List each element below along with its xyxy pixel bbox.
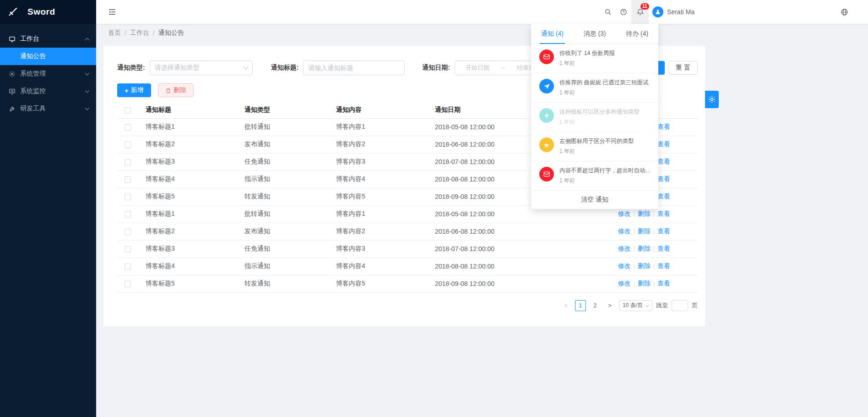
row-checkbox[interactable] <box>125 263 131 270</box>
cell-content: 博客内容1 <box>329 205 428 223</box>
app-logo[interactable]: Sword <box>0 0 96 24</box>
tab-messages[interactable]: 消息 (3) <box>574 24 616 44</box>
breadcrumb-workbench[interactable]: 工作台 <box>130 29 149 37</box>
cell-content: 博客内容5 <box>329 275 428 292</box>
add-button[interactable]: + 新增 <box>117 83 151 97</box>
help-icon[interactable] <box>616 0 631 24</box>
globe-icon[interactable] <box>836 0 852 24</box>
sidebar-item-notice[interactable]: 通知公告 <box>0 48 96 65</box>
row-checkbox[interactable] <box>125 246 131 252</box>
row-checkbox[interactable] <box>125 194 131 200</box>
cell-title: 博客标题1 <box>138 118 237 136</box>
notice-item[interactable]: ★ 左侧图标用于区分不同的类型 1 年前 <box>531 132 658 161</box>
prev-page-icon[interactable]: < <box>560 300 571 311</box>
breadcrumb: 首页 / 工作台 / 通知公告 <box>96 24 868 42</box>
bell-icon[interactable]: 11 <box>631 0 649 24</box>
action-separator: | <box>634 228 635 235</box>
view-link[interactable]: 查看 <box>657 262 670 269</box>
user-menu[interactable]: Serati Ma <box>652 6 694 17</box>
view-link[interactable]: 查看 <box>657 280 670 287</box>
cell-type: 转发通知 <box>237 275 329 292</box>
sidebar-item-workbench[interactable]: 工作台 <box>0 30 96 48</box>
notice-type-select[interactable]: 请选择通知类型 <box>150 60 253 75</box>
notice-item[interactable]: 你推荐的 曲妮妮 已通过第三轮面试 1 年前 <box>531 73 658 103</box>
delete-link[interactable]: 删除 <box>638 227 651 235</box>
page-2[interactable]: 2 <box>590 300 601 311</box>
tab-todos[interactable]: 待办 (4) <box>616 24 658 44</box>
cell-title: 博客标题4 <box>138 170 237 188</box>
tab-notifications[interactable]: 通知 (4) <box>531 24 574 44</box>
breadcrumb-home[interactable]: 首页 <box>108 29 121 37</box>
clear-notifications-button[interactable]: 清空 通知 <box>531 191 658 209</box>
column-header-type: 通知类型 <box>237 102 329 118</box>
notice-title-inputbox <box>303 60 405 75</box>
action-separator: | <box>634 211 635 217</box>
view-link[interactable]: 查看 <box>657 227 670 235</box>
search-icon[interactable] <box>600 0 616 24</box>
topbar: 11 Serati Ma <box>96 0 868 24</box>
avatar <box>652 6 663 17</box>
page-size-select[interactable]: 10 条/页 <box>619 300 652 311</box>
delete-link[interactable]: 删除 <box>638 280 651 287</box>
view-link[interactable]: 查看 <box>657 140 670 148</box>
menu-fold-icon[interactable] <box>104 4 120 20</box>
gear-icon <box>8 70 16 77</box>
cell-type: 发布通知 <box>237 223 329 240</box>
cell-type: 任免通知 <box>237 240 329 258</box>
trash-icon <box>165 88 171 93</box>
chevron-down-icon <box>646 303 649 307</box>
sidebar-item-dev-tools[interactable]: 研发工具 <box>0 100 96 117</box>
next-page-icon[interactable]: > <box>604 300 615 311</box>
edit-link[interactable]: 修改 <box>618 280 631 287</box>
filter-title-label: 通知标题: <box>271 64 299 72</box>
notice-item[interactable]: 你收到了 14 份新周报 1 年前 <box>531 44 658 73</box>
cell-title: 博客标题5 <box>138 275 237 292</box>
notice-item[interactable]: + 这种模板可以区分多种通知类型 1 年前 <box>531 103 658 132</box>
page-1[interactable]: 1 <box>575 300 586 311</box>
notice-time: 1 年前 <box>559 89 654 97</box>
edit-link[interactable]: 修改 <box>618 227 631 235</box>
send-icon <box>539 79 554 93</box>
cell-content: 博客内容4 <box>329 258 428 275</box>
select-all-checkbox[interactable] <box>125 107 131 114</box>
view-link[interactable]: 查看 <box>657 123 670 130</box>
chevron-up-icon <box>85 38 90 42</box>
date-separator: ~ <box>501 65 505 71</box>
delete-link[interactable]: 删除 <box>638 262 651 269</box>
row-checkbox[interactable] <box>125 124 131 131</box>
action-separator: | <box>653 280 655 287</box>
row-checkbox[interactable] <box>125 281 131 287</box>
notice-time: 1 年前 <box>559 118 654 126</box>
tool-icon <box>8 105 16 112</box>
sidebar: Sword 工作台 通知公告 系统管理 <box>0 0 96 417</box>
row-checkbox[interactable] <box>125 229 131 235</box>
view-link[interactable]: 查看 <box>657 245 670 252</box>
view-link[interactable]: 查看 <box>657 158 670 165</box>
row-checkbox[interactable] <box>125 176 131 183</box>
edit-link[interactable]: 修改 <box>618 262 631 269</box>
notice-tabs: 通知 (4) 消息 (3) 待办 (4) <box>531 24 658 44</box>
row-checkbox[interactable] <box>125 142 131 148</box>
delete-button[interactable]: 删除 <box>158 83 194 97</box>
sidebar-item-system-monitor[interactable]: 系统监控 <box>0 82 96 100</box>
sidebar-item-label: 系统监控 <box>20 87 86 95</box>
delete-link[interactable]: 删除 <box>638 210 651 217</box>
reset-button[interactable]: 重 置 <box>668 61 698 75</box>
view-link[interactable]: 查看 <box>657 175 670 182</box>
edit-link[interactable]: 修改 <box>618 245 631 252</box>
row-checkbox[interactable] <box>125 211 131 218</box>
sidebar-item-system-mgmt[interactable]: 系统管理 <box>0 65 96 82</box>
notice-title: 你收到了 14 份新周报 <box>559 49 654 57</box>
delete-link[interactable]: 删除 <box>638 245 651 252</box>
cell-type: 指示通知 <box>237 170 329 188</box>
jump-page-input[interactable] <box>672 300 688 311</box>
sword-logo-icon <box>7 6 18 17</box>
row-checkbox[interactable] <box>125 159 131 165</box>
column-header-title: 通知标题 <box>138 102 237 118</box>
view-link[interactable]: 查看 <box>657 192 670 200</box>
view-link[interactable]: 查看 <box>657 210 670 217</box>
theme-settings-button[interactable] <box>705 91 719 108</box>
notice-title-input[interactable] <box>308 64 400 71</box>
edit-link[interactable]: 修改 <box>618 210 631 217</box>
notice-item[interactable]: 内容不要超过两行字，超出时自动截断 1 年前 <box>531 161 658 191</box>
